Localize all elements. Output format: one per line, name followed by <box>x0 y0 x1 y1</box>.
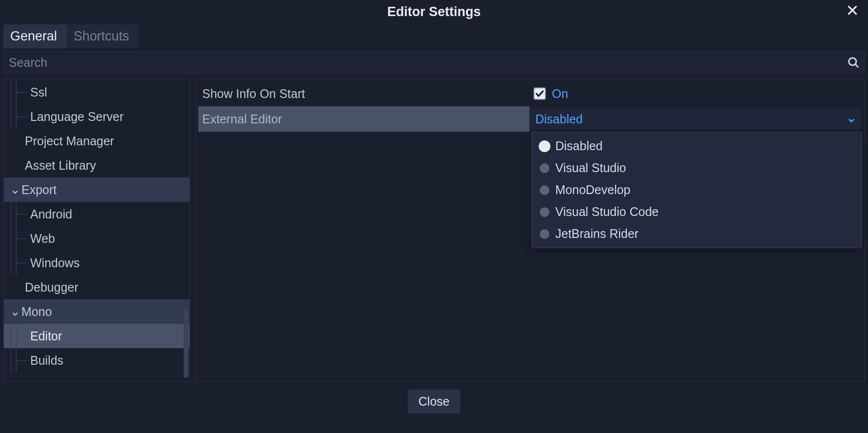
dropdown-option-monodevelop[interactable]: MonoDevelop <box>532 179 862 201</box>
close-button[interactable]: Close <box>408 390 460 413</box>
sidebar-item-label: Editor <box>30 329 62 343</box>
sidebar-item-windows[interactable]: Windows <box>4 251 189 275</box>
body: Ssl Language Server Project Manager Asse… <box>3 79 865 382</box>
property-value: On <box>529 81 862 106</box>
property-external-editor: External Editor Disabled <box>198 106 862 132</box>
svg-line-3 <box>855 64 858 67</box>
sidebar-item-label: Debugger <box>25 280 78 295</box>
sidebar: Ssl Language Server Project Manager Asse… <box>3 79 190 382</box>
sidebar-item-label: Builds <box>30 354 63 368</box>
settings-window: Editor Settings General Shortcuts Ssl <box>0 0 868 433</box>
search-icon[interactable] <box>847 56 860 69</box>
sidebar-item-android[interactable]: Android <box>4 202 189 226</box>
radio-icon <box>540 141 549 151</box>
footer: Close <box>3 382 865 418</box>
sidebar-item-web[interactable]: Web <box>4 226 189 251</box>
sidebar-item-language-server[interactable]: Language Server <box>4 104 189 129</box>
dropdown-option-visual-studio[interactable]: Visual Studio <box>532 157 862 179</box>
dropdown-option-visual-studio-code[interactable]: Visual Studio Code <box>532 201 862 223</box>
property-label: Show Info On Start <box>198 87 529 101</box>
property-label: External Editor <box>198 112 529 126</box>
search-row <box>3 51 865 74</box>
sidebar-item-label: Ssl <box>30 85 47 99</box>
radio-icon <box>540 185 549 195</box>
dropdown-option-jetbrains-rider[interactable]: JetBrains Rider <box>532 223 862 245</box>
properties-panel: Show Info On Start On External Editor Di… <box>196 79 865 382</box>
search-input[interactable] <box>9 56 847 70</box>
sidebar-item-editor[interactable]: Editor <box>4 324 189 348</box>
radio-icon <box>540 207 549 217</box>
chevron-down-icon <box>847 114 856 124</box>
tab-shortcuts[interactable]: Shortcuts <box>67 24 139 48</box>
settings-tree: Ssl Language Server Project Manager Asse… <box>4 79 189 374</box>
chevron-down-icon <box>11 185 19 194</box>
sidebar-item-mono[interactable]: Mono <box>4 299 189 324</box>
dropdown-option-label: Visual Studio <box>555 161 626 175</box>
tabs: General Shortcuts <box>3 24 865 48</box>
sidebar-item-label: Windows <box>30 256 79 270</box>
sidebar-item-label: Export <box>21 183 57 197</box>
sidebar-item-label: Android <box>30 207 72 221</box>
sidebar-item-asset-library[interactable]: Asset Library <box>4 153 189 177</box>
checkbox-show-info[interactable] <box>533 87 546 100</box>
sidebar-item-project-manager[interactable]: Project Manager <box>4 129 189 153</box>
dropdown-option-label: Disabled <box>555 139 603 153</box>
checkbox-on-label: On <box>552 87 568 101</box>
property-show-info-on-start: Show Info On Start On <box>198 81 862 106</box>
dropdown-option-label: MonoDevelop <box>555 183 630 197</box>
dropdown-option-label: JetBrains Rider <box>555 227 639 241</box>
sidebar-item-export[interactable]: Export <box>4 177 189 202</box>
dropdown-selected-value: Disabled <box>535 112 583 126</box>
sidebar-item-label: Web <box>30 232 55 246</box>
tab-general[interactable]: General <box>3 24 67 48</box>
sidebar-item-label: Project Manager <box>25 134 114 148</box>
sidebar-item-label: Mono <box>21 305 52 319</box>
sidebar-item-ssl[interactable]: Ssl <box>4 80 189 104</box>
dropdown-option-label: Visual Studio Code <box>555 205 659 219</box>
radio-icon <box>540 163 549 173</box>
titlebar: Editor Settings <box>3 0 865 23</box>
close-icon[interactable] <box>845 3 860 18</box>
sidebar-item-builds[interactable]: Builds <box>4 348 189 373</box>
chevron-down-icon <box>11 307 19 316</box>
window-title: Editor Settings <box>387 4 481 20</box>
scrollbar-thumb[interactable] <box>184 310 189 378</box>
radio-icon <box>540 229 549 239</box>
sidebar-item-label: Language Server <box>30 110 124 124</box>
external-editor-dropdown[interactable]: Disabled <box>530 108 861 130</box>
sidebar-item-debugger[interactable]: Debugger <box>4 275 189 299</box>
external-editor-dropdown-menu: Disabled Visual Studio MonoDevelop Visua… <box>531 132 862 248</box>
sidebar-item-label: Asset Library <box>25 158 96 173</box>
dropdown-option-disabled[interactable]: Disabled <box>532 135 862 157</box>
